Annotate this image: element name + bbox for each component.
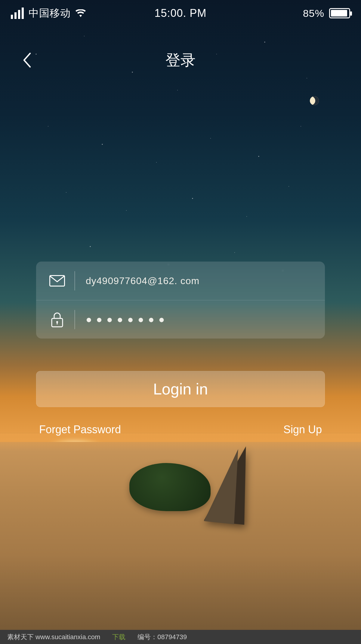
password-field[interactable]: ●●●●●●●● (86, 314, 169, 325)
secondary-links: Forget Password Sign Up (36, 423, 325, 436)
moon-decoration (310, 96, 319, 105)
input-group: ●●●●●●●● (36, 262, 325, 339)
watermark-id: 编号：08794739 (137, 633, 187, 642)
watermark-site: 素材天下 www.sucaitianxia.com (7, 633, 100, 642)
email-row (36, 262, 325, 300)
battery-percentage: 85% (303, 8, 324, 19)
watermark-download[interactable]: 下载 (112, 633, 125, 642)
clock-label: 15:00. PM (154, 7, 206, 20)
svg-rect-3 (57, 322, 58, 324)
battery-icon (329, 8, 350, 18)
watermark-footer: 素材天下 www.sucaitianxia.com 下载 编号：08794739 (0, 630, 361, 644)
back-button[interactable] (18, 51, 36, 69)
login-form: ●●●●●●●● Login in Forget Password Sign U… (36, 262, 325, 436)
signup-link[interactable]: Sign Up (283, 423, 322, 436)
wifi-icon (76, 9, 86, 17)
status-right: 85% (303, 8, 350, 19)
field-divider (75, 310, 75, 329)
login-screen: 中国移动 15:00. PM 85% 登录 (0, 0, 361, 630)
status-bar: 中国移动 15:00. PM 85% (0, 0, 361, 26)
forgot-password-link[interactable]: Forget Password (39, 423, 121, 436)
signal-icon (11, 8, 24, 19)
page-header: 登录 (0, 45, 361, 75)
lock-icon (48, 312, 66, 327)
login-button[interactable]: Login in (36, 371, 325, 407)
password-row: ●●●●●●●● (36, 300, 325, 339)
mail-icon (48, 275, 66, 287)
page-title: 登录 (165, 50, 196, 70)
carrier-label: 中国移动 (29, 6, 71, 20)
email-field[interactable] (86, 275, 313, 287)
status-left: 中国移动 (11, 6, 86, 20)
chevron-left-icon (23, 53, 32, 68)
field-divider (75, 271, 75, 290)
